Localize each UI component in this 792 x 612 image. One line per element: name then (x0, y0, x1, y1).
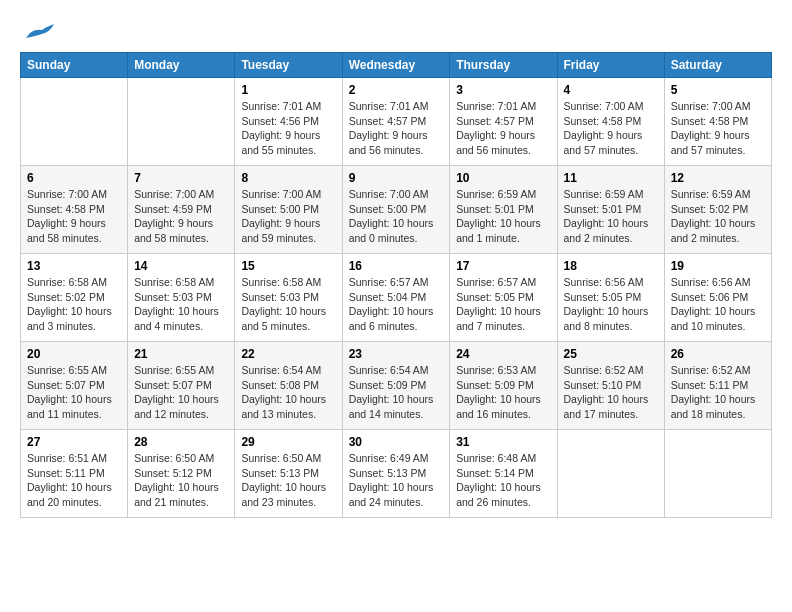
day-info: Sunrise: 6:57 AM Sunset: 5:04 PM Dayligh… (349, 275, 444, 334)
day-info: Sunrise: 6:59 AM Sunset: 5:02 PM Dayligh… (671, 187, 765, 246)
day-number: 22 (241, 347, 335, 361)
calendar-week-row: 1Sunrise: 7:01 AM Sunset: 4:56 PM Daylig… (21, 78, 772, 166)
day-number: 17 (456, 259, 550, 273)
day-number: 20 (27, 347, 121, 361)
day-number: 16 (349, 259, 444, 273)
calendar-cell: 11Sunrise: 6:59 AM Sunset: 5:01 PM Dayli… (557, 166, 664, 254)
day-number: 1 (241, 83, 335, 97)
calendar-cell: 7Sunrise: 7:00 AM Sunset: 4:59 PM Daylig… (128, 166, 235, 254)
calendar-cell: 24Sunrise: 6:53 AM Sunset: 5:09 PM Dayli… (450, 342, 557, 430)
day-info: Sunrise: 6:59 AM Sunset: 5:01 PM Dayligh… (564, 187, 658, 246)
day-number: 30 (349, 435, 444, 449)
day-info: Sunrise: 7:01 AM Sunset: 4:57 PM Dayligh… (349, 99, 444, 158)
calendar-cell: 16Sunrise: 6:57 AM Sunset: 5:04 PM Dayli… (342, 254, 450, 342)
day-info: Sunrise: 7:01 AM Sunset: 4:57 PM Dayligh… (456, 99, 550, 158)
weekday-header-sunday: Sunday (21, 53, 128, 78)
calendar-week-row: 20Sunrise: 6:55 AM Sunset: 5:07 PM Dayli… (21, 342, 772, 430)
calendar-cell: 31Sunrise: 6:48 AM Sunset: 5:14 PM Dayli… (450, 430, 557, 518)
calendar-cell: 21Sunrise: 6:55 AM Sunset: 5:07 PM Dayli… (128, 342, 235, 430)
day-number: 9 (349, 171, 444, 185)
day-info: Sunrise: 7:00 AM Sunset: 4:58 PM Dayligh… (564, 99, 658, 158)
calendar-cell: 10Sunrise: 6:59 AM Sunset: 5:01 PM Dayli… (450, 166, 557, 254)
day-info: Sunrise: 7:00 AM Sunset: 5:00 PM Dayligh… (349, 187, 444, 246)
calendar-cell (128, 78, 235, 166)
logo (20, 20, 56, 42)
day-number: 24 (456, 347, 550, 361)
day-number: 10 (456, 171, 550, 185)
day-info: Sunrise: 6:55 AM Sunset: 5:07 PM Dayligh… (134, 363, 228, 422)
weekday-header-monday: Monday (128, 53, 235, 78)
day-info: Sunrise: 6:54 AM Sunset: 5:08 PM Dayligh… (241, 363, 335, 422)
calendar-cell: 13Sunrise: 6:58 AM Sunset: 5:02 PM Dayli… (21, 254, 128, 342)
calendar-cell: 2Sunrise: 7:01 AM Sunset: 4:57 PM Daylig… (342, 78, 450, 166)
day-number: 2 (349, 83, 444, 97)
day-info: Sunrise: 6:53 AM Sunset: 5:09 PM Dayligh… (456, 363, 550, 422)
day-number: 7 (134, 171, 228, 185)
day-info: Sunrise: 7:01 AM Sunset: 4:56 PM Dayligh… (241, 99, 335, 158)
calendar-cell: 12Sunrise: 6:59 AM Sunset: 5:02 PM Dayli… (664, 166, 771, 254)
day-number: 25 (564, 347, 658, 361)
day-number: 27 (27, 435, 121, 449)
day-number: 18 (564, 259, 658, 273)
logo-bird-icon (24, 20, 56, 42)
day-number: 5 (671, 83, 765, 97)
day-number: 14 (134, 259, 228, 273)
day-number: 15 (241, 259, 335, 273)
weekday-header-saturday: Saturday (664, 53, 771, 78)
calendar-cell: 18Sunrise: 6:56 AM Sunset: 5:05 PM Dayli… (557, 254, 664, 342)
day-info: Sunrise: 7:00 AM Sunset: 4:59 PM Dayligh… (134, 187, 228, 246)
calendar-cell: 30Sunrise: 6:49 AM Sunset: 5:13 PM Dayli… (342, 430, 450, 518)
calendar-cell: 3Sunrise: 7:01 AM Sunset: 4:57 PM Daylig… (450, 78, 557, 166)
day-info: Sunrise: 6:52 AM Sunset: 5:10 PM Dayligh… (564, 363, 658, 422)
day-number: 3 (456, 83, 550, 97)
day-number: 23 (349, 347, 444, 361)
calendar-cell: 27Sunrise: 6:51 AM Sunset: 5:11 PM Dayli… (21, 430, 128, 518)
day-info: Sunrise: 6:54 AM Sunset: 5:09 PM Dayligh… (349, 363, 444, 422)
calendar-cell: 28Sunrise: 6:50 AM Sunset: 5:12 PM Dayli… (128, 430, 235, 518)
calendar-cell: 9Sunrise: 7:00 AM Sunset: 5:00 PM Daylig… (342, 166, 450, 254)
calendar-cell: 22Sunrise: 6:54 AM Sunset: 5:08 PM Dayli… (235, 342, 342, 430)
calendar-cell: 4Sunrise: 7:00 AM Sunset: 4:58 PM Daylig… (557, 78, 664, 166)
calendar-cell: 8Sunrise: 7:00 AM Sunset: 5:00 PM Daylig… (235, 166, 342, 254)
calendar-cell (21, 78, 128, 166)
day-number: 6 (27, 171, 121, 185)
day-info: Sunrise: 6:50 AM Sunset: 5:13 PM Dayligh… (241, 451, 335, 510)
day-info: Sunrise: 6:58 AM Sunset: 5:03 PM Dayligh… (134, 275, 228, 334)
calendar-week-row: 27Sunrise: 6:51 AM Sunset: 5:11 PM Dayli… (21, 430, 772, 518)
day-info: Sunrise: 6:48 AM Sunset: 5:14 PM Dayligh… (456, 451, 550, 510)
day-number: 31 (456, 435, 550, 449)
calendar-cell: 19Sunrise: 6:56 AM Sunset: 5:06 PM Dayli… (664, 254, 771, 342)
calendar-header-row: SundayMondayTuesdayWednesdayThursdayFrid… (21, 53, 772, 78)
day-info: Sunrise: 6:52 AM Sunset: 5:11 PM Dayligh… (671, 363, 765, 422)
calendar-cell: 29Sunrise: 6:50 AM Sunset: 5:13 PM Dayli… (235, 430, 342, 518)
calendar-cell (557, 430, 664, 518)
day-info: Sunrise: 6:58 AM Sunset: 5:03 PM Dayligh… (241, 275, 335, 334)
weekday-header-thursday: Thursday (450, 53, 557, 78)
calendar-cell: 17Sunrise: 6:57 AM Sunset: 5:05 PM Dayli… (450, 254, 557, 342)
calendar-cell (664, 430, 771, 518)
day-info: Sunrise: 6:58 AM Sunset: 5:02 PM Dayligh… (27, 275, 121, 334)
calendar-cell: 6Sunrise: 7:00 AM Sunset: 4:58 PM Daylig… (21, 166, 128, 254)
day-number: 26 (671, 347, 765, 361)
day-info: Sunrise: 6:56 AM Sunset: 5:06 PM Dayligh… (671, 275, 765, 334)
day-number: 29 (241, 435, 335, 449)
calendar-cell: 26Sunrise: 6:52 AM Sunset: 5:11 PM Dayli… (664, 342, 771, 430)
weekday-header-friday: Friday (557, 53, 664, 78)
calendar-cell: 25Sunrise: 6:52 AM Sunset: 5:10 PM Dayli… (557, 342, 664, 430)
calendar-cell: 23Sunrise: 6:54 AM Sunset: 5:09 PM Dayli… (342, 342, 450, 430)
calendar-week-row: 13Sunrise: 6:58 AM Sunset: 5:02 PM Dayli… (21, 254, 772, 342)
calendar-cell: 5Sunrise: 7:00 AM Sunset: 4:58 PM Daylig… (664, 78, 771, 166)
day-number: 13 (27, 259, 121, 273)
day-number: 12 (671, 171, 765, 185)
calendar-cell: 1Sunrise: 7:01 AM Sunset: 4:56 PM Daylig… (235, 78, 342, 166)
day-info: Sunrise: 6:50 AM Sunset: 5:12 PM Dayligh… (134, 451, 228, 510)
page-header (20, 20, 772, 42)
day-info: Sunrise: 7:00 AM Sunset: 4:58 PM Dayligh… (671, 99, 765, 158)
day-info: Sunrise: 6:59 AM Sunset: 5:01 PM Dayligh… (456, 187, 550, 246)
day-number: 11 (564, 171, 658, 185)
weekday-header-tuesday: Tuesday (235, 53, 342, 78)
calendar-cell: 14Sunrise: 6:58 AM Sunset: 5:03 PM Dayli… (128, 254, 235, 342)
day-info: Sunrise: 6:51 AM Sunset: 5:11 PM Dayligh… (27, 451, 121, 510)
day-info: Sunrise: 6:49 AM Sunset: 5:13 PM Dayligh… (349, 451, 444, 510)
calendar-cell: 20Sunrise: 6:55 AM Sunset: 5:07 PM Dayli… (21, 342, 128, 430)
